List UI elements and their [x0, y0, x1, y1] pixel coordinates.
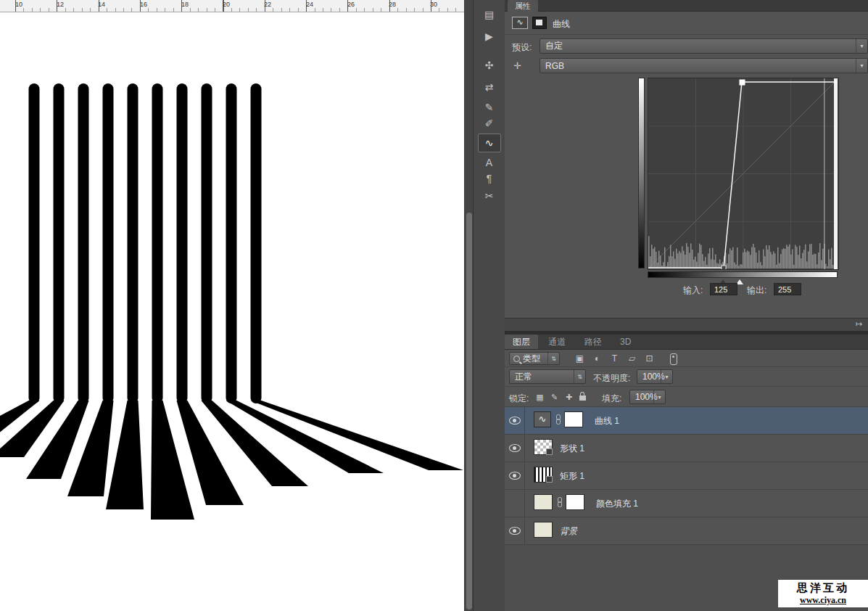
lock-position-icon[interactable]: ✚ — [563, 391, 575, 403]
updown-arrows-icon: ⇅ — [574, 370, 585, 383]
layer-row-rectangle-1[interactable]: 矩形 1 — [505, 462, 868, 490]
filter-shape-layers-icon[interactable]: ▱ — [625, 352, 639, 365]
link-chain-icon — [556, 497, 563, 509]
layer-row-curves-1[interactable]: ∿ 曲线 1 — [505, 407, 868, 435]
right-panel-column: 属性 ∿ 曲线 预设: 自定 ▾ ✛ RGB ▾ — [505, 0, 868, 611]
filter-adjustment-layers-icon[interactable]: ◐ — [590, 352, 604, 365]
tab-channels[interactable]: 通道 — [540, 335, 574, 349]
watermark-title: 思洋互动 — [778, 581, 868, 595]
layers-panel-tabbar: 图层 通道 路径 3D — [505, 335, 868, 350]
chevron-down-icon: ▾ — [856, 39, 867, 53]
curves-adjustment-icon: ∿ — [512, 17, 528, 29]
layer-name[interactable]: 形状 1 — [560, 443, 584, 455]
chevron-down-icon: ▾ — [653, 390, 665, 403]
tab-layers[interactable]: 图层 — [505, 335, 538, 349]
tool-presets-panel-icon[interactable]: ✣ — [479, 57, 500, 74]
clip-to-layer-icon[interactable]: ↦ — [856, 319, 862, 329]
layer-thumbnail[interactable] — [534, 467, 553, 483]
layer-thumbnail[interactable] — [534, 522, 553, 538]
ruler-label: 12 — [57, 1, 64, 8]
lock-transparent-pixels-icon[interactable]: ▦ — [534, 391, 546, 403]
search-icon — [513, 356, 520, 362]
output-label: 输出: — [747, 284, 766, 297]
notes-panel-icon[interactable]: ▤ — [479, 6, 500, 23]
filter-type-value: 类型 — [523, 353, 540, 365]
document-canvas[interactable]: 10 12 14 16 18 20 22 24 26 28 30 — [0, 0, 464, 611]
input-gradient-bar — [648, 271, 838, 278]
properties-panel-icon[interactable]: ∿ — [478, 134, 501, 152]
visibility-toggle[interactable] — [505, 407, 525, 434]
layer-mask-thumbnail[interactable] — [564, 411, 583, 427]
watermark-url: www.ciya.cn — [778, 595, 868, 606]
filter-type-select[interactable]: 类型 ⇅ — [509, 352, 560, 365]
character-panel-icon[interactable]: A — [479, 154, 500, 171]
channel-value: RGB — [545, 61, 564, 71]
clone-source-panel-icon[interactable]: ⇄ — [479, 78, 500, 96]
blend-row: 正常 ⇅ 不透明度: 100% ▾ — [505, 367, 868, 387]
layer-name[interactable]: 曲线 1 — [595, 415, 619, 427]
photoshop-window: 10 12 14 16 18 20 22 24 26 28 30 ▤ ▶ ✣ ⇄… — [0, 0, 868, 611]
layer-row-background[interactable]: 背景 — [505, 517, 868, 545]
layer-name[interactable]: 矩形 1 — [560, 470, 584, 483]
fill-select[interactable]: 100% ▾ — [629, 390, 666, 404]
chevron-down-icon: ▾ — [856, 59, 867, 73]
chevron-down-icon: ▾ — [661, 370, 672, 383]
eye-icon — [509, 417, 521, 425]
layer-name[interactable]: 颜色填充 1 — [596, 498, 638, 510]
horizontal-ruler[interactable]: 10 12 14 16 18 20 22 24 26 28 30 — [0, 0, 464, 12]
eyedropper-panel-icon[interactable]: ✎ — [479, 99, 500, 116]
input-value-field[interactable]: 125 — [710, 283, 737, 295]
adjustment-title-row: ∿ 曲线 — [505, 12, 868, 33]
lock-image-pixels-icon[interactable]: ✎ — [548, 391, 561, 403]
opacity-select[interactable]: 100% ▾ — [637, 369, 673, 384]
tab-3d[interactable]: 3D — [612, 335, 639, 349]
tools-panel-icon[interactable]: ✂ — [479, 187, 500, 205]
scrollbar-thumb[interactable] — [466, 213, 472, 610]
filter-toggle-icon[interactable] — [670, 353, 677, 365]
filter-smart-objects-icon[interactable]: ⊡ — [642, 352, 656, 365]
filter-pixel-layers-icon[interactable]: ▣ — [573, 352, 587, 365]
opacity-label: 不透明度: — [593, 372, 630, 385]
actions-panel-icon[interactable]: ▶ — [479, 28, 500, 45]
curve-point-selected — [740, 80, 745, 85]
lock-all-icon[interactable] — [579, 395, 586, 401]
ruler-label: 28 — [389, 1, 396, 8]
paragraph-panel-icon[interactable]: ¶ — [479, 170, 500, 187]
filter-type-layers-icon[interactable]: T — [608, 352, 621, 365]
tab-paths[interactable]: 路径 — [576, 335, 610, 349]
fill-layer-thumbnail[interactable] — [534, 494, 553, 510]
updown-arrows-icon: ⇅ — [547, 353, 559, 364]
adjustment-layer-thumbnail[interactable]: ∿ — [534, 411, 551, 427]
visibility-toggle[interactable] — [505, 490, 525, 517]
vector-mask-badge-icon — [546, 448, 553, 455]
visibility-toggle[interactable] — [505, 462, 525, 489]
output-value-field[interactable]: 255 — [774, 283, 801, 295]
properties-panel-header: 属性 — [505, 0, 868, 12]
layer-name[interactable]: 背景 — [560, 525, 577, 538]
layer-row-shape-1[interactable]: 形状 1 — [505, 435, 868, 462]
layer-mask-thumbnail[interactable] — [566, 494, 584, 510]
vector-mask-badge-icon — [546, 476, 553, 483]
eye-icon — [509, 527, 521, 535]
layer-thumbnail[interactable] — [534, 439, 553, 455]
ruler-label: 18 — [181, 1, 189, 8]
curves-graph[interactable] — [648, 78, 839, 270]
preset-select[interactable]: 自定 ▾ — [540, 38, 868, 54]
blend-mode-value: 正常 — [515, 371, 532, 383]
layer-row-color-fill-1[interactable]: 颜色填充 1 — [505, 490, 868, 517]
measure-panel-icon[interactable]: ✐ — [479, 115, 500, 132]
adjustment-title: 曲线 — [553, 18, 570, 30]
visibility-toggle[interactable] — [505, 435, 525, 462]
watermark: 思洋互动 www.ciya.cn — [778, 580, 868, 607]
link-chain-icon — [555, 414, 562, 426]
on-image-adjust-icon[interactable]: ✛ — [513, 60, 521, 71]
canvas-vertical-scrollbar[interactable] — [464, 0, 473, 611]
visibility-toggle[interactable] — [505, 517, 525, 544]
fill-label: 填充: — [602, 393, 621, 405]
layer-filter-row: 类型 ⇅ ▣ ◐ T ▱ ⊡ — [505, 350, 868, 367]
panel-icon-dock: ▤ ▶ ✣ ⇄ ✎ ✐ ∿ A ¶ ✂ — [473, 0, 505, 611]
channel-select[interactable]: RGB ▾ — [540, 58, 868, 73]
ruler-label: 24 — [306, 1, 313, 8]
layer-mask-indicator-icon[interactable] — [532, 17, 547, 29]
blend-mode-select[interactable]: 正常 ⇅ — [509, 369, 586, 384]
